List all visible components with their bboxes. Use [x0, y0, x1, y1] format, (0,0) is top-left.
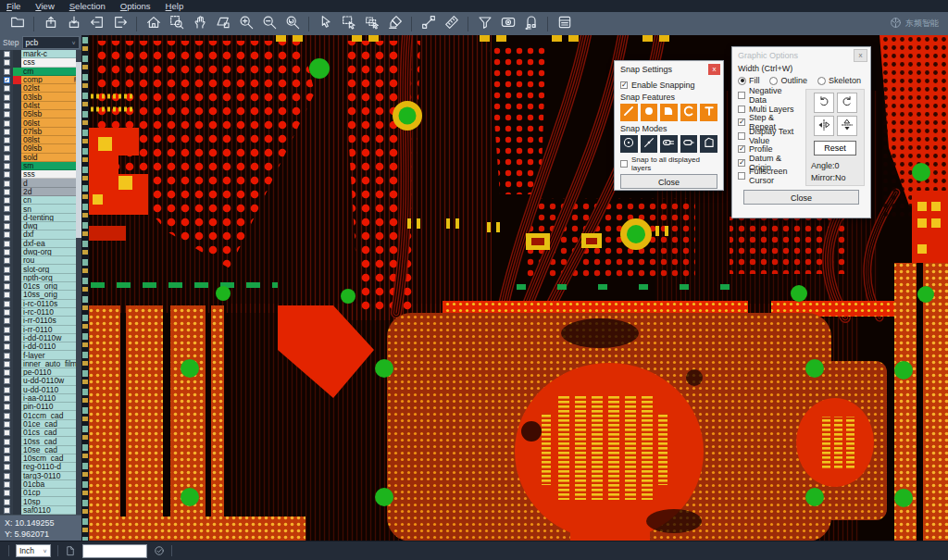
layer-row-01ccm_cad[interactable]: 01ccm_cad — [0, 411, 81, 419]
layer-checkbox-cell[interactable] — [0, 144, 13, 153]
layer-visibility-checkbox[interactable] — [4, 180, 10, 187]
checkbox-fullscreen-cursor[interactable]: Fullscreen Cursor — [738, 169, 802, 183]
checkbox-negative-data[interactable]: Negative Data — [738, 89, 802, 103]
layer-visibility-checkbox[interactable] — [4, 309, 10, 316]
radio-fill[interactable]: Fill — [738, 76, 760, 85]
layer-checkbox-cell[interactable] — [0, 411, 13, 419]
layer-checkbox-cell[interactable] — [0, 394, 13, 403]
layer-checkbox-cell[interactable] — [0, 265, 13, 273]
highlight-button[interactable] — [497, 14, 518, 33]
layer-checkbox-cell[interactable] — [0, 497, 13, 505]
apply-icon[interactable] — [154, 545, 165, 556]
layer-row-npth-org[interactable]: npth-org — [0, 274, 81, 282]
snap-pad-button[interactable] — [641, 104, 658, 121]
layer-visibility-checkbox[interactable] — [4, 429, 10, 436]
layer-row-02lst[interactable]: 02lst — [0, 84, 81, 93]
layer-row-pin-0110[interactable]: pin-0110 — [0, 403, 81, 411]
layer-checkbox-cell[interactable] — [0, 386, 13, 394]
layer-visibility-checkbox[interactable] — [4, 499, 10, 505]
mode-key-button[interactable] — [660, 135, 678, 153]
layer-visibility-checkbox[interactable] — [4, 404, 10, 410]
layer-row-sold[interactable]: sold — [0, 154, 81, 162]
layer-visibility-checkbox[interactable] — [4, 327, 10, 333]
layer-visibility-checkbox[interactable] — [4, 231, 10, 238]
file-down-button[interactable] — [63, 14, 84, 33]
reset-button[interactable]: Reset — [814, 141, 856, 156]
layer-visibility-checkbox[interactable] — [4, 335, 10, 342]
layer-checkbox-cell[interactable] — [0, 222, 13, 230]
layer-row-d[interactable]: d — [0, 179, 81, 187]
filter-button[interactable] — [474, 14, 495, 33]
layer-visibility-checkbox[interactable] — [4, 361, 10, 367]
layer-row-06lst[interactable]: 06lst — [0, 118, 81, 127]
layer-checkbox-cell[interactable] — [0, 454, 13, 463]
layer-visibility-checkbox[interactable] — [4, 507, 10, 514]
layer-row-inner_auto_film_symb[interactable]: inner_auto_film_symb — [0, 360, 81, 368]
layer-visibility-checkbox[interactable] — [4, 353, 10, 359]
layer-row-i-rr-0110s[interactable]: i-rr-0110s — [0, 317, 81, 325]
layer-row-i-rc-0110[interactable]: i-rc-0110 — [0, 308, 81, 317]
pan-button[interactable] — [189, 14, 210, 33]
layer-visibility-checkbox[interactable] — [4, 378, 10, 384]
layer-visibility-checkbox[interactable] — [4, 155, 10, 161]
layer-checkbox-cell[interactable] — [0, 360, 13, 368]
layer-visibility-checkbox[interactable] — [4, 301, 10, 307]
layer-checkbox-cell[interactable] — [0, 308, 13, 317]
layer-row-01cp[interactable]: 01cp — [0, 489, 81, 497]
layer-row-i-rr-0110[interactable]: i-rr-0110 — [0, 326, 81, 334]
menu-view[interactable]: View — [35, 1, 54, 11]
layer-checkbox-cell[interactable] — [0, 248, 13, 256]
layer-visibility-checkbox[interactable] — [4, 111, 10, 118]
layer-checkbox-cell[interactable] — [0, 93, 13, 101]
close-icon[interactable]: x — [708, 64, 720, 75]
graphic-close-button[interactable]: Close — [743, 190, 859, 205]
layer-checkbox-cell[interactable] — [0, 420, 13, 429]
open-button[interactable] — [6, 14, 28, 33]
layer-visibility-checkbox[interactable] — [4, 283, 10, 290]
layer-row-dxf[interactable]: dxf — [0, 230, 81, 239]
layer-row-09lsb[interactable]: 09lsb — [0, 144, 81, 153]
layer-checkbox-cell[interactable] — [0, 136, 13, 144]
layer-row-cn[interactable]: cn — [0, 196, 81, 205]
clear-highlight-button[interactable] — [384, 14, 405, 33]
layer-row-10ss_orig[interactable]: 10ss_orig — [0, 291, 81, 299]
layer-visibility-checkbox[interactable] — [4, 439, 10, 445]
layer-visibility-checkbox[interactable] — [4, 189, 10, 195]
zoom-previous-button[interactable] — [281, 14, 303, 33]
snap-all-layers-checkbox[interactable]: Snap to all displayed layers — [620, 156, 717, 172]
layer-visibility-checkbox[interactable] — [4, 421, 10, 428]
layer-row-comp[interactable]: ✓comp▤ — [0, 76, 81, 84]
layer-checkbox-cell[interactable] — [0, 196, 13, 205]
home-button[interactable] — [143, 14, 164, 33]
layer-checkbox-cell[interactable] — [0, 118, 13, 127]
layer-checkbox-cell[interactable] — [0, 128, 13, 136]
layer-visibility-checkbox[interactable] — [4, 129, 10, 135]
layer-row-i-dd-0110w[interactable]: i-dd-0110w — [0, 334, 81, 342]
snap-dialog-titlebar[interactable]: Snap Settings x — [615, 61, 723, 77]
layer-visibility-checkbox[interactable] — [4, 205, 10, 212]
layer-checkbox-cell[interactable] — [0, 188, 13, 196]
layer-row-i-rc-0110s[interactable]: i-rc-0110s — [0, 300, 81, 308]
command-doc-icon[interactable] — [65, 545, 76, 556]
layer-visibility-checkbox[interactable] — [4, 120, 10, 127]
rotate-ccw-button[interactable] — [837, 93, 857, 113]
layer-checkbox-cell[interactable] — [0, 230, 13, 239]
command-input[interactable] — [82, 544, 147, 558]
layer-visibility-checkbox[interactable] — [4, 257, 10, 264]
layer-row-10se_cad[interactable]: 10se_cad — [0, 446, 81, 454]
zoom-in-button[interactable] — [235, 14, 256, 33]
layer-row-01ce_cad[interactable]: 01ce_cad — [0, 420, 81, 429]
layer-checkbox-cell[interactable]: ✓ — [0, 76, 13, 84]
layer-checkbox-cell[interactable] — [0, 506, 13, 515]
layer-checkbox-cell[interactable] — [0, 68, 13, 76]
layer-checkbox-cell[interactable] — [0, 256, 13, 265]
layer-checkbox-cell[interactable] — [0, 300, 13, 308]
layer-visibility-checkbox[interactable] — [4, 85, 10, 92]
layer-visibility-checkbox[interactable] — [4, 197, 10, 204]
layer-row-01cs_orig[interactable]: 01cs_orig — [0, 282, 81, 291]
layer-checkbox-cell[interactable] — [0, 317, 13, 325]
layer-visibility-checkbox[interactable]: ✓ — [4, 77, 10, 83]
layer-row-f-layer[interactable]: f-layer — [0, 351, 81, 359]
menu-file[interactable]: File — [6, 1, 20, 11]
layer-row-10scm_cad[interactable]: 10scm_cad — [0, 454, 81, 463]
